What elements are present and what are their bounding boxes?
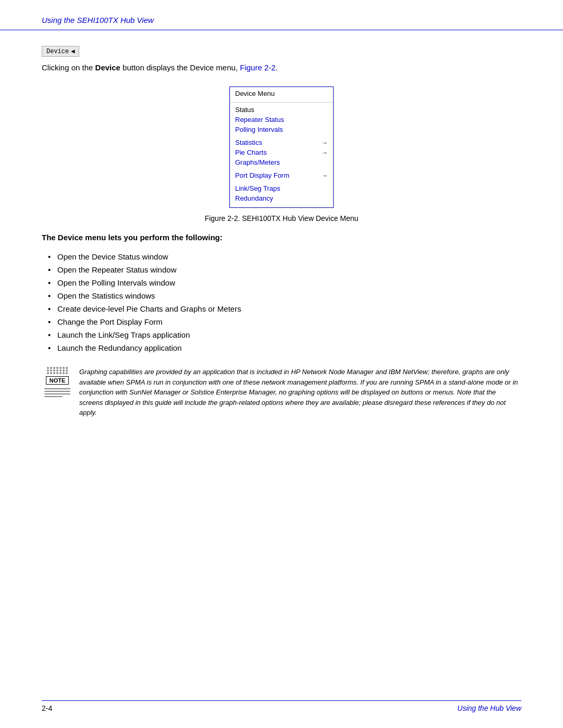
menu-item-graphs-meters[interactable]: Graphs/Meters (230, 157, 333, 167)
footer-section-title: Using the Hub View (457, 704, 521, 712)
device-button-label: Device (46, 48, 69, 55)
bullet-item-8: Launch the Redundancy application (42, 341, 521, 354)
body-intro-paragraph: The Device menu lets you perform the fol… (42, 233, 521, 242)
device-button-arrow: ◀ (71, 47, 75, 55)
figure-container: Device Menu Status Repeater Status Polli… (42, 87, 521, 223)
menu-item-redundancy[interactable]: Redundancy (230, 193, 333, 203)
bullet-item-5: Create device-level Pie Charts and Graph… (42, 302, 521, 315)
menu-item-status[interactable]: Status (230, 105, 333, 115)
device-menu-box: Device Menu Status Repeater Status Polli… (229, 87, 334, 208)
page-header-title: Using the SEHI100TX Hub View (42, 16, 154, 24)
menu-item-pie-charts-label: Pie Charts (235, 149, 267, 156)
bullet-list: Open the Device Status window Open the R… (42, 250, 521, 354)
intro-paragraph: Clicking on the Device button displays t… (42, 63, 521, 72)
menu-item-polling-intervals-label: Polling Intervals (235, 126, 283, 133)
statistics-arrow-icon: → (322, 139, 328, 146)
device-button[interactable]: Device ◀ (42, 46, 79, 57)
intro-bold: Device (95, 63, 120, 72)
page-footer: 2-4 Using the Hub View (42, 700, 521, 712)
menu-item-link-seg-traps-label: Link/Seg Traps (235, 184, 280, 192)
figure-caption: Figure 2-2. SEHI100TX Hub View Device Me… (205, 214, 359, 223)
menu-item-repeater-status[interactable]: Repeater Status (230, 115, 333, 125)
menu-item-statistics[interactable]: Statistics → (230, 138, 333, 147)
menu-bottom-spacer (230, 203, 333, 207)
main-content: Device ◀ Clicking on the Device button d… (0, 30, 563, 454)
note-lines-decoration (44, 387, 70, 399)
device-button-row: Device ◀ (42, 46, 521, 57)
footer-page-number: 2-4 (42, 704, 52, 712)
page-container: Using the SEHI100TX Hub View Device ◀ Cl… (0, 0, 563, 728)
menu-item-port-display-form-label: Port Display Form (235, 171, 289, 179)
menu-header-row: Device Menu (230, 87, 333, 100)
port-display-form-arrow-icon: → (322, 172, 328, 179)
note-icon-area: NOTE (42, 367, 73, 399)
menu-item-redundancy-label: Redundancy (235, 194, 273, 202)
menu-divider-1 (230, 102, 333, 103)
menu-item-graphs-meters-label: Graphs/Meters (235, 158, 280, 166)
menu-item-polling-intervals[interactable]: Polling Intervals (230, 125, 333, 134)
menu-item-status-label: Status (235, 106, 254, 114)
intro-prefix: Clicking on the (42, 63, 95, 72)
menu-item-statistics-label: Statistics (235, 139, 262, 146)
intro-suffix: button displays the Device menu, (120, 63, 240, 72)
bullet-item-7: Launch the Link/Seg Traps application (42, 328, 521, 341)
menu-item-repeater-status-label: Repeater Status (235, 116, 284, 124)
note-text: Graphing capabilities are provided by an… (79, 367, 521, 418)
bullet-item-6: Change the Port Display Form (42, 315, 521, 328)
bullet-item-1: Open the Device Status window (42, 250, 521, 263)
pie-charts-arrow-icon: → (322, 149, 328, 156)
page-header: Using the SEHI100TX Hub View (0, 0, 563, 30)
bullet-item-3: Open the Polling Intervals window (42, 276, 521, 289)
menu-item-pie-charts[interactable]: Pie Charts → (230, 147, 333, 157)
note-label: NOTE (46, 376, 69, 385)
bullet-item-2: Open the Repeater Status window (42, 263, 521, 276)
bullet-item-4: Open the Statistics windows (42, 289, 521, 302)
menu-item-port-display-form[interactable]: Port Display Form → (230, 170, 333, 180)
intro-end: . (276, 63, 278, 72)
note-dots-icon (47, 367, 68, 374)
intro-link[interactable]: Figure 2-2 (240, 63, 275, 72)
note-box: NOTE Graphing capabilities are provided … (42, 367, 521, 418)
menu-item-link-seg-traps[interactable]: Link/Seg Traps (230, 183, 333, 193)
